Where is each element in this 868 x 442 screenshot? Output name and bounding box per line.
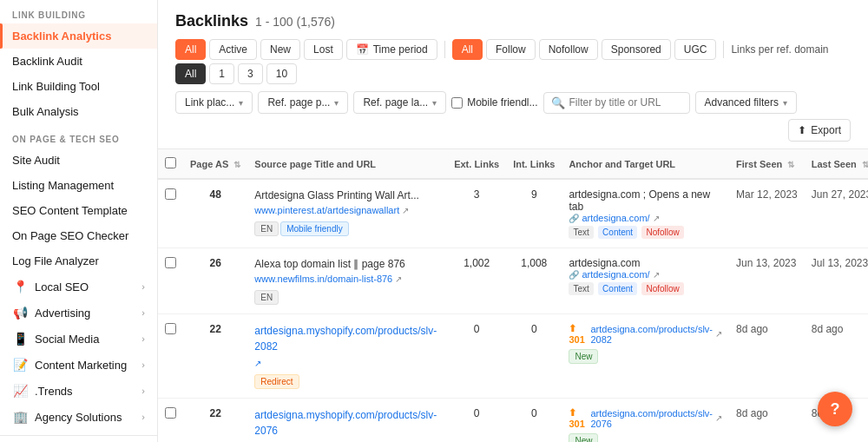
table-row: 22artdesigna.myshopify.com/products/slv-… [158, 314, 868, 399]
sidebar-item-content-marketing[interactable]: 📝 Content Marketing › [0, 352, 157, 378]
source-page-cell: artdesigna.myshopify.com/products/slv-20… [247, 314, 447, 399]
row-checkbox[interactable] [165, 188, 176, 200]
time-period-label: Time period [373, 43, 428, 56]
active-filter-button[interactable]: Active [209, 39, 257, 60]
anchor-link[interactable]: ⬆ 301 artdesigna.com/products/slv-2082 ↗ [569, 323, 722, 345]
source-title: Alexa top domain list ∥ page 876 [254, 257, 440, 272]
sidebar-item-log-file-analyzer[interactable]: Log File Analyzer [0, 248, 157, 274]
source-page-header[interactable]: Source page Title and URL [247, 149, 447, 179]
sidebar-section-link-building: LINK BUILDING [0, 0, 157, 23]
sidebar-item-seo-content-template[interactable]: SEO Content Template [0, 198, 157, 223]
page-as-header[interactable]: Page AS ⇅ [183, 149, 247, 179]
sidebar-item-label: Backlink Audit [12, 55, 82, 68]
sidebar-item-trends[interactable]: 📈 .Trends › [0, 378, 157, 404]
source-title: Artdesigna Glass Printing Wall Art... [254, 188, 440, 203]
source-url[interactable]: www.newfilms.in/domain-list-876 ↗ [254, 272, 440, 287]
select-all-checkbox[interactable] [165, 157, 176, 168]
sidebar-section-on-page: ON PAGE & TECH SEO [0, 124, 157, 148]
sidebar-item-backlink-analytics[interactable]: Backlink Analytics [0, 23, 157, 49]
sidebar-item-label: Local SEO [35, 280, 89, 294]
ext-links-header[interactable]: Ext. Links [447, 149, 506, 179]
num10-filter-button[interactable]: 10 [266, 63, 297, 84]
anchor-link[interactable]: ⬆ 301 artdesigna.com/products/slv-2076 ↗ [569, 407, 722, 429]
sidebar-item-local-seo[interactable]: 📍 Local SEO › [0, 274, 157, 300]
sidebar-item-advertising[interactable]: 📢 Advertising › [0, 300, 157, 326]
row-checkbox[interactable] [165, 407, 176, 419]
source-url-link[interactable]: www.newfilms.in/domain-list-876 [254, 272, 392, 287]
ref-page-p-dropdown[interactable]: Ref. page p... ▾ [258, 91, 348, 114]
external-link-icon: ↗ [653, 270, 660, 280]
advanced-filters-button[interactable]: Advanced filters ▾ [695, 91, 797, 114]
content-marketing-icon: 📝 [12, 358, 28, 372]
dropdown-arrow-icon: ▾ [783, 98, 787, 108]
help-button[interactable]: ? [818, 392, 852, 426]
sidebar-item-bulk-analysis[interactable]: Bulk Analysis [0, 99, 157, 124]
mobile-friendly-filter[interactable]: Mobile friendl... [451, 96, 537, 109]
int-links-header[interactable]: Int. Links [506, 149, 562, 179]
sidebar-item-label: Agency Solutions [35, 411, 122, 424]
sidebar-item-site-audit[interactable]: Site Audit [0, 148, 157, 173]
mobile-friendly-checkbox[interactable] [451, 97, 463, 109]
last-seen-header[interactable]: Last Seen ⇅ [805, 149, 868, 179]
sidebar-item-listing-management[interactable]: Listing Management [0, 173, 157, 198]
sort-icon: ⇅ [787, 160, 794, 169]
row-checkbox[interactable] [165, 257, 176, 268]
anchor-tag-badge: Text [569, 226, 593, 239]
new-filter-button[interactable]: New [260, 39, 300, 60]
calendar-icon: 📅 [356, 43, 369, 56]
sidebar-item-label: Social Media [35, 333, 99, 346]
row-checkbox-cell[interactable] [158, 399, 183, 442]
sidebar-item-agency-solutions[interactable]: 🏢 Agency Solutions › [0, 404, 157, 430]
sort-icon: ⇅ [233, 160, 240, 169]
social-media-icon: 📱 [12, 332, 28, 346]
source-title-link[interactable]: artdesigna.myshopify.com/products/slv-20… [254, 323, 440, 370]
follow-filter-button[interactable]: Follow [486, 39, 536, 60]
external-link-icon: ↗ [715, 413, 722, 423]
export-button[interactable]: ⬆ Export [788, 119, 851, 142]
ref-page-la-label: Ref. page la... [363, 96, 428, 109]
time-period-button[interactable]: 📅 Time period [346, 39, 437, 60]
sidebar-item-social-media[interactable]: 📱 Social Media › [0, 326, 157, 352]
filter-divider [444, 41, 445, 58]
sponsored-filter-button[interactable]: Sponsored [602, 39, 671, 60]
link-place-dropdown[interactable]: Link plac... ▾ [175, 91, 253, 114]
chevron-right-icon: › [141, 412, 145, 422]
nofollow-filter-button[interactable]: Nofollow [539, 39, 598, 60]
chevron-right-icon: › [141, 307, 145, 318]
chevron-right-icon: › [141, 281, 145, 292]
anchor-link[interactable]: 🔗 artdesigna.com/ ↗ [569, 269, 722, 280]
anchor-tag-badge: Content [598, 282, 637, 295]
num3-filter-button[interactable]: 3 [238, 63, 263, 84]
sidebar-item-backlink-audit[interactable]: Backlink Audit [0, 49, 157, 74]
source-url-link[interactable]: www.pinterest.at/artdesignawallart [254, 203, 399, 218]
anchor-link[interactable]: 🔗 artdesigna.com/ ↗ [569, 213, 722, 223]
all-filter-button[interactable]: All [175, 39, 206, 60]
ext-links-cell: 0 [447, 399, 506, 442]
search-input-wrap[interactable]: 🔍 [543, 92, 690, 114]
row-checkbox-cell[interactable] [158, 248, 183, 314]
num1-filter-button[interactable]: 1 [209, 63, 234, 84]
select-all-header[interactable] [158, 149, 183, 179]
all3-filter-button[interactable]: All [175, 63, 206, 84]
dropdown-arrow-icon: ▾ [432, 98, 437, 108]
row-checkbox-cell[interactable] [158, 314, 183, 399]
row-checkbox[interactable] [165, 323, 176, 334]
tag-badge: EN [254, 290, 279, 305]
source-url[interactable]: www.pinterest.at/artdesignawallart ↗ [254, 203, 440, 218]
row-checkbox-cell[interactable] [158, 179, 183, 248]
first-seen-header[interactable]: First Seen ⇅ [729, 149, 805, 179]
lost-filter-button[interactable]: Lost [304, 39, 343, 60]
search-input[interactable] [569, 96, 682, 109]
sidebar-item-on-page-seo-checker[interactable]: On Page SEO Checker [0, 223, 157, 248]
anchor-cell: ⬆ 301 artdesigna.com/products/slv-2082 ↗… [562, 314, 729, 399]
last-seen-cell: Jun 27, 2023 [805, 179, 868, 248]
ugc-filter-button[interactable]: UGC [674, 39, 717, 60]
anchor-target-header[interactable]: Anchor and Target URL [562, 149, 729, 179]
anchor-tag-badge: New [569, 349, 598, 364]
sidebar-item-label: Bulk Analysis [12, 105, 79, 118]
sidebar-item-link-building-tool[interactable]: Link Building Tool [0, 74, 157, 99]
all2-filter-button[interactable]: All [452, 39, 483, 60]
first-seen-cell: 8d ago [729, 399, 805, 442]
ref-page-la-dropdown[interactable]: Ref. page la... ▾ [353, 91, 446, 114]
source-title-link[interactable]: artdesigna.myshopify.com/products/slv-20… [254, 407, 440, 442]
